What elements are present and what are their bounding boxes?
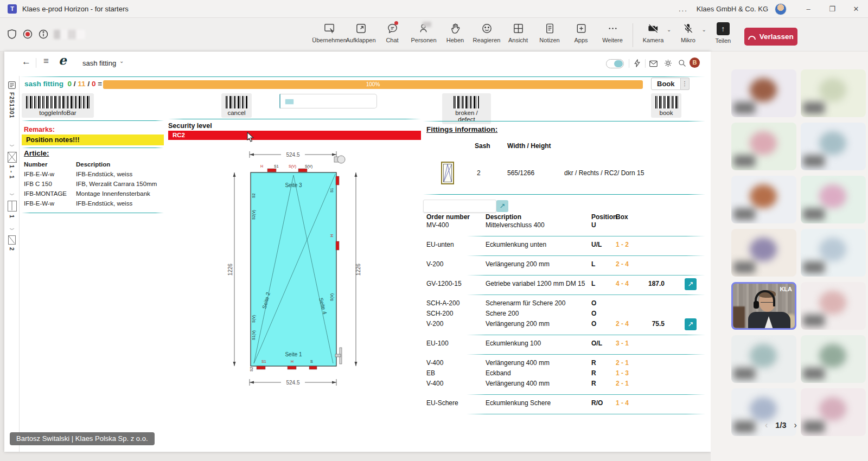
toolbar-item-apps[interactable]: Apps — [565, 22, 597, 43]
fittings-row[interactable]: MV-400 Mittelverschluss 400 U ↗ — [423, 221, 705, 232]
barcode-cancel-button[interactable]: cancel — [221, 93, 252, 118]
pager-next-icon[interactable]: › — [794, 420, 797, 430]
toolbar-item-mikro[interactable]: Mikro — [672, 22, 704, 43]
fittings-row[interactable]: V-200 Verlängerung 200 mm L 2 - 4 ↗ — [423, 260, 705, 271]
user-avatar[interactable] — [775, 3, 787, 15]
gear-icon[interactable] — [663, 59, 673, 68]
sash-id[interactable]: 2 — [9, 247, 15, 251]
row-separator — [467, 236, 705, 236]
hw-label: S1 — [274, 164, 279, 168]
active-speaker-label: KLA — [780, 286, 792, 292]
view-title[interactable]: sash fitting — [82, 59, 116, 67]
fittings-row[interactable]: V-400 Verlängerung 400 mm R 2 - 1 ↗ — [423, 380, 705, 390]
sash-icon[interactable] — [8, 235, 16, 245]
barcode-book-button[interactable]: book — [651, 93, 681, 118]
info-icon[interactable] — [38, 29, 49, 40]
participant-tile[interactable]: KLA — [731, 176, 796, 223]
popout-icon — [355, 22, 367, 35]
participant-tile[interactable]: KLA — [801, 229, 866, 277]
menu-hamburger-icon[interactable]: ≡ — [43, 56, 49, 67]
sash-thumbnail[interactable] — [441, 162, 454, 184]
participant-tile[interactable]: KLA — [801, 282, 866, 330]
position-id[interactable]: 1 - 1 — [9, 165, 15, 179]
open-detail-button[interactable]: ↗ — [685, 278, 697, 290]
participant-tile[interactable]: KLA — [801, 176, 866, 223]
fittings-row[interactable]: SCH-A-200 Scherenarm für Schere 200 O ↗ — [423, 299, 705, 310]
barcode-toggleinfobar-button[interactable]: toggleInfoBar — [22, 93, 94, 118]
participant-tile[interactable]: KLA — [731, 229, 796, 277]
pager-prev-icon[interactable]: ‹ — [765, 420, 768, 430]
order-number[interactable]: F251301 — [9, 92, 15, 118]
participants-sidebar: KLA KLA — [711, 52, 868, 461]
leave-button[interactable]: Verlassen — [744, 28, 797, 46]
fittings-row[interactable]: EU-unten Eckumlenkung unten U/L 1 - 2 ↗ — [423, 241, 705, 251]
toolbar-item-uebernehmen[interactable]: Übernehmen — [314, 22, 345, 43]
info-toggle[interactable] — [606, 59, 624, 68]
blurred-video — [801, 282, 866, 330]
blurred-video — [801, 335, 866, 383]
search-icon[interactable] — [678, 59, 687, 68]
teams-logo-icon — [8, 4, 17, 14]
remarks-heading: Remarks: — [24, 126, 55, 133]
dim-left: 1226 — [227, 263, 233, 276]
minimize-button[interactable]: – — [796, 0, 820, 18]
fittings-row[interactable]: EU-Schere Eckumlenkung Schere R/O 1 - 4 … — [423, 399, 705, 409]
toolbar-item-notizen[interactable]: Notizen — [534, 22, 565, 43]
toolbar-item-chat[interactable]: Chat — [376, 22, 408, 43]
scan-input[interactable] — [280, 94, 377, 108]
fittings-row[interactable]: V-200 Verlängerung 200 mm O 2 - 4 75.5 ↗ — [423, 320, 705, 330]
article-row: IFB-E-W-w IFB-Endstück, weiss — [24, 199, 159, 208]
fittings-row[interactable]: EU-100 Eckumlenkung 100 O/L 3 - 1 ↗ — [423, 340, 705, 350]
book-button[interactable]: Book ⋮ — [651, 78, 690, 90]
participant-tile[interactable]: KLA — [731, 282, 796, 330]
breadcrumb-chevron-icon: ⌄ — [0, 223, 24, 232]
frame-id[interactable]: 1 — [9, 215, 15, 219]
back-button[interactable]: ← — [22, 56, 31, 67]
restore-button[interactable]: ❐ — [820, 0, 844, 18]
participant-tile[interactable]: KLA — [801, 123, 866, 170]
hw-label: S(V) — [305, 164, 312, 169]
fittings-row[interactable]: V-400 Verlängerung 400 mm R 2 - 1 ↗ — [423, 359, 705, 369]
toolbar-item-aufklappen[interactable]: Aufklappen — [345, 22, 376, 43]
camera-chevron-icon[interactable]: ⌄ — [667, 27, 671, 33]
toolbar-item-heben[interactable]: Heben — [439, 22, 471, 43]
toolbar-item-ansicht[interactable]: Ansicht — [502, 22, 534, 43]
fittings-row[interactable]: SCH-200 Schere 200 O ↗ — [423, 310, 705, 320]
toolbar-item-weitere[interactable]: Weitere — [597, 22, 628, 43]
participant-name-blurred — [733, 261, 755, 273]
participant-tile[interactable]: KLA — [731, 335, 796, 383]
scanner-button[interactable] — [279, 94, 280, 108]
mic-chevron-icon[interactable]: ⌄ — [701, 27, 706, 33]
toolbar-item-kamera[interactable]: Kamera — [637, 22, 669, 43]
window-position-icon[interactable] — [8, 152, 17, 163]
barcode-broken-button[interactable]: broken / defect — [442, 93, 491, 124]
participant-tile[interactable]: KLA — [731, 123, 796, 170]
participant-tile[interactable]: KLA — [801, 335, 866, 383]
order-document-icon[interactable] — [7, 80, 17, 90]
toolbar-item-reagieren[interactable]: Reagieren — [471, 22, 502, 43]
toolbar-item-personen[interactable]: Personen — [408, 22, 439, 43]
notes-icon — [544, 22, 556, 35]
view-grid-icon — [512, 22, 525, 35]
view-chevron-icon[interactable]: ⌄ — [119, 58, 124, 64]
participant-tile[interactable]: KLA — [801, 69, 866, 117]
frame-icon[interactable] — [8, 201, 17, 212]
book-menu-icon[interactable]: ⋮ — [681, 78, 690, 90]
mail-icon[interactable] — [649, 59, 658, 68]
toolbar-item-teilen[interactable]: ↑ Teilen — [707, 22, 739, 44]
hw-label: S2 — [252, 193, 256, 198]
shield-icon — [7, 29, 17, 40]
fittings-row[interactable]: EB Eckband R 1 - 3 ↗ — [423, 369, 705, 380]
fittings-row[interactable]: GV-1200-15 Getriebe variabel 1200 mm DM … — [423, 280, 705, 290]
titlebar-more-icon[interactable]: ... — [679, 5, 688, 13]
fittings-search-button[interactable]: ↗ — [496, 200, 508, 212]
app-user-avatar[interactable]: B — [690, 57, 700, 68]
lightning-icon[interactable] — [633, 59, 642, 68]
open-detail-button[interactable]: ↗ — [685, 318, 697, 330]
close-button[interactable]: ✕ — [844, 0, 868, 18]
fittings-search-input[interactable] — [423, 200, 496, 213]
hw-label: S1(V) — [252, 330, 256, 340]
fitting-mark — [267, 169, 276, 172]
participant-tile[interactable]: KLA — [801, 388, 866, 436]
participant-tile[interactable]: KLA — [731, 69, 796, 117]
